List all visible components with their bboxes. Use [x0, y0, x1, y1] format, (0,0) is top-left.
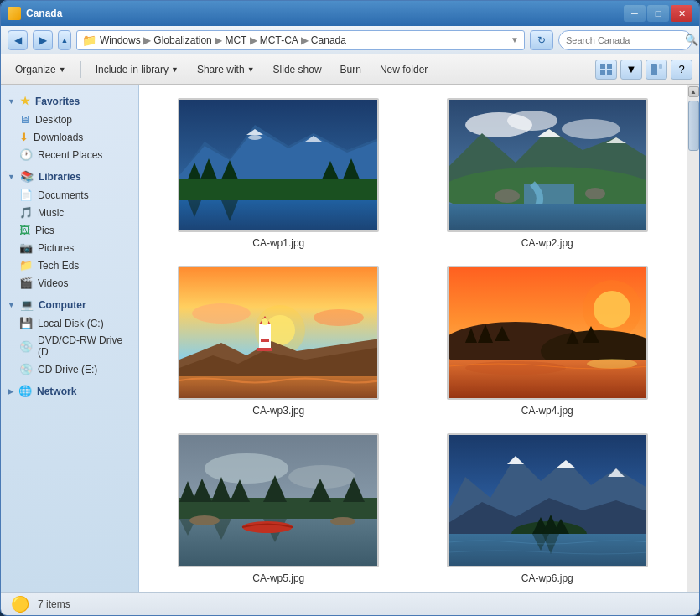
include-library-button[interactable]: Include in library ▼: [88, 61, 186, 78]
svg-rect-2: [600, 70, 605, 75]
network-section: ▶ 🌐 Network: [1, 381, 138, 401]
file-item-ca-wp3[interactable]: CA-wp3.jpg: [153, 266, 405, 417]
dvd-icon: 💿: [19, 340, 33, 353]
svg-rect-0: [600, 64, 605, 69]
scroll-thumb[interactable]: [688, 101, 699, 151]
refresh-button[interactable]: ↻: [530, 30, 553, 50]
pictures-icon: 📷: [19, 241, 33, 254]
sidebar-item-dvd[interactable]: 💿 DVD/CD-RW Drive (D: [1, 332, 138, 360]
status-folder-icon: 🟡: [11, 595, 29, 613]
network-icon: 🌐: [18, 385, 32, 397]
breadcrumb: Windows ▶ Globalization ▶ MCT ▶ MCT-CA ▶…: [100, 34, 346, 46]
favorites-arrow: ▼: [8, 97, 15, 106]
search-box[interactable]: 🔍: [558, 30, 692, 50]
window-title: Canada: [26, 8, 62, 19]
address-bar[interactable]: 📁 Windows ▶ Globalization ▶ MCT ▶ MCT-CA…: [76, 30, 525, 50]
sidebar-item-documents[interactable]: 📄 Documents: [1, 186, 138, 204]
maximize-button[interactable]: □: [647, 5, 669, 22]
file-item-ca-wp1[interactable]: CA-wp1.jpg: [153, 98, 405, 249]
desktop-label: Desktop: [35, 114, 72, 126]
libraries-header[interactable]: ▼ 📚 Libraries: [1, 167, 138, 186]
svg-point-44: [262, 318, 268, 325]
toolbar-right: ▼ ?: [595, 60, 692, 80]
close-button[interactable]: ✕: [671, 5, 692, 22]
include-library-chevron: ▼: [171, 65, 179, 74]
computer-section: ▼ 💻 Computer 💾 Local Disk (C:) 💿 DVD/CD-…: [1, 295, 138, 378]
share-with-label: Share with: [197, 64, 245, 75]
local-disk-label: Local Disk (C:): [38, 318, 104, 329]
documents-label: Documents: [38, 189, 89, 201]
sidebar-item-pics[interactable]: 🖼 Pics: [1, 221, 138, 239]
slide-show-button[interactable]: Slide show: [266, 61, 329, 78]
up-button[interactable]: ▲: [58, 30, 71, 50]
help-button[interactable]: ?: [671, 60, 692, 80]
scrollbar[interactable]: ▲: [687, 85, 699, 592]
svg-point-32: [585, 188, 605, 199]
svg-point-23: [507, 111, 557, 131]
file-name-ca-wp4: CA-wp4.jpg: [521, 405, 573, 417]
svg-rect-43: [257, 348, 272, 351]
navigation-bar: ◀ ▶ ▲ 📁 Windows ▶ Globalization ▶ MCT ▶ …: [1, 26, 699, 54]
minimize-button[interactable]: ─: [624, 5, 646, 22]
svg-point-31: [495, 189, 520, 203]
svg-rect-30: [449, 204, 648, 232]
burn-label: Burn: [340, 64, 361, 75]
file-name-ca-wp3: CA-wp3.jpg: [252, 405, 304, 417]
preview-pane-button[interactable]: [646, 60, 667, 80]
new-folder-label: New folder: [380, 64, 428, 75]
network-label: Network: [37, 386, 76, 397]
back-button[interactable]: ◀: [8, 30, 28, 50]
forward-button[interactable]: ▶: [33, 30, 53, 50]
computer-header[interactable]: ▼ 💻 Computer: [1, 295, 138, 314]
organize-label: Organize: [15, 64, 56, 75]
sidebar-item-techedds[interactable]: 📁 Tech Eds: [1, 256, 138, 274]
file-item-ca-wp2[interactable]: CA-wp2.jpg: [422, 98, 674, 249]
include-library-label: Include in library: [96, 64, 169, 75]
sidebar-item-music[interactable]: 🎵 Music: [1, 204, 138, 221]
sidebar-item-recent[interactable]: 🕐 Recent Places: [1, 146, 138, 163]
title-bar: Canada ─ □ ✕: [1, 1, 699, 26]
sidebar-item-videos[interactable]: 🎬 Videos: [1, 274, 138, 292]
help-label: ?: [678, 63, 684, 75]
view-large-icons-button[interactable]: [595, 60, 617, 80]
share-with-button[interactable]: Share with ▼: [189, 61, 262, 78]
sidebar-item-pictures[interactable]: 📷 Pictures: [1, 239, 138, 256]
svg-point-37: [314, 309, 364, 326]
scroll-up-arrow[interactable]: ▲: [688, 86, 699, 97]
svg-point-57: [465, 361, 566, 375]
view-dropdown-button[interactable]: ▼: [620, 60, 642, 80]
sidebar-item-cd[interactable]: 💿 CD Drive (E:): [1, 360, 138, 378]
svg-rect-42: [261, 339, 269, 342]
slide-show-label: Slide show: [273, 64, 322, 75]
sidebar-item-downloads[interactable]: ⬇ Downloads: [1, 128, 138, 146]
sidebar-item-local-disk[interactable]: 💾 Local Disk (C:): [1, 314, 138, 332]
pictures-label: Pictures: [38, 242, 74, 254]
breadcrumb-icon: 📁: [82, 34, 96, 47]
organize-button[interactable]: Organize ▼: [8, 61, 74, 78]
main-area: ▼ ★ Favorites 🖥 Desktop ⬇ Downloads 🕐 Re…: [1, 85, 699, 592]
libraries-section: ▼ 📚 Libraries 📄 Documents 🎵 Music 🖼 Pics: [1, 167, 138, 292]
libraries-icon: 📚: [20, 170, 34, 183]
organize-chevron: ▼: [59, 65, 66, 74]
search-icon: 🔍: [685, 34, 698, 46]
svg-point-36: [192, 303, 251, 324]
svg-rect-17: [179, 200, 379, 232]
videos-icon: 🎬: [19, 277, 33, 289]
file-item-ca-wp5[interactable]: CA-wp5.jpg: [153, 433, 405, 584]
address-dropdown[interactable]: ▼: [511, 35, 519, 44]
status-bar: 🟡 7 items: [1, 592, 699, 615]
new-folder-button[interactable]: New folder: [372, 61, 435, 78]
sidebar-item-desktop[interactable]: 🖥 Desktop: [1, 111, 138, 128]
favorites-label: Favorites: [35, 96, 80, 107]
techedds-label: Tech Eds: [38, 260, 79, 272]
network-header[interactable]: ▶ 🌐 Network: [1, 381, 138, 401]
favorites-header[interactable]: ▼ ★ Favorites: [1, 91, 138, 111]
file-item-ca-wp6[interactable]: CA-wp6.jpg: [422, 433, 674, 584]
svg-rect-3: [607, 70, 612, 75]
svg-point-76: [330, 517, 355, 525]
downloads-label: Downloads: [34, 132, 83, 143]
burn-button[interactable]: Burn: [333, 61, 369, 78]
thumbnail-ca-wp1: [178, 98, 379, 232]
file-item-ca-wp4[interactable]: CA-wp4.jpg: [422, 266, 674, 417]
search-input[interactable]: [566, 35, 682, 45]
